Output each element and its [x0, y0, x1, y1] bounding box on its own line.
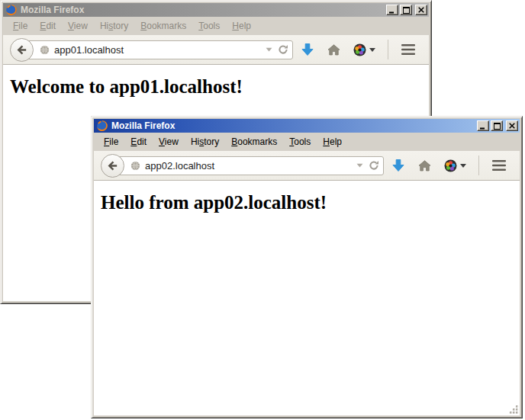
menu-bar: File Edit View History Bookmarks Tools H…: [94, 133, 520, 151]
toolbar-separator: [478, 155, 479, 175]
resize-grip[interactable]: [509, 405, 519, 415]
menu-item-history[interactable]: History: [94, 19, 134, 33]
page-heading: Hello from app02.localhost!: [94, 192, 520, 213]
menu-item-bookmarks[interactable]: Bookmarks: [225, 135, 283, 149]
url-text: app02.localhost: [145, 160, 356, 172]
reload-icon[interactable]: [369, 160, 379, 171]
app-menu-button[interactable]: [394, 38, 423, 62]
browser-window-app02: Mozilla Firefox File Edit View History B…: [91, 116, 523, 418]
globe-icon: [40, 45, 50, 55]
back-button[interactable]: [10, 38, 34, 62]
reload-icon[interactable]: [278, 44, 288, 55]
minimize-button[interactable]: [477, 120, 489, 131]
firefox-icon: [5, 4, 18, 16]
download-button[interactable]: [295, 38, 320, 62]
addon-color-wheel-icon: [444, 159, 457, 172]
page-content-app02: Hello from app02.localhost!: [94, 181, 520, 415]
download-button[interactable]: [385, 154, 411, 178]
menu-item-edit[interactable]: Edit: [124, 135, 153, 149]
menu-item-file[interactable]: File: [7, 19, 34, 33]
menu-item-bookmarks[interactable]: Bookmarks: [134, 19, 192, 33]
menu-item-help[interactable]: Help: [226, 19, 257, 33]
urlbar-dropdown-icon[interactable]: [266, 47, 272, 52]
menu-item-tools[interactable]: Tools: [192, 19, 226, 33]
url-bar[interactable]: app01.localhost: [21, 40, 293, 59]
addon-color-wheel-icon: [353, 43, 366, 56]
navigation-toolbar: app01.localhost: [3, 35, 429, 65]
addon-button[interactable]: [347, 38, 382, 62]
addon-dropdown-icon: [460, 164, 466, 168]
globe-icon: [130, 161, 140, 171]
close-button[interactable]: [506, 120, 518, 131]
firefox-icon: [96, 120, 108, 132]
menu-item-history[interactable]: History: [185, 135, 225, 149]
window-title: Mozilla Firefox: [21, 5, 386, 15]
hamburger-menu-icon: [492, 160, 506, 171]
menu-item-view[interactable]: View: [62, 19, 94, 33]
maximize-button[interactable]: [400, 5, 412, 15]
download-icon: [301, 43, 314, 56]
menu-item-help[interactable]: Help: [317, 135, 348, 149]
navigation-toolbar: app02.localhost: [94, 151, 520, 181]
back-button[interactable]: [101, 154, 124, 178]
home-icon: [327, 44, 340, 56]
home-button[interactable]: [411, 154, 437, 178]
url-text: app01.localhost: [54, 44, 266, 56]
menu-item-tools[interactable]: Tools: [283, 135, 317, 149]
window-title: Mozilla Firefox: [111, 120, 477, 131]
addon-dropdown-icon: [369, 48, 375, 52]
menu-bar: File Edit View History Bookmarks Tools H…: [3, 17, 429, 35]
titlebar[interactable]: Mozilla Firefox: [3, 3, 429, 17]
download-icon: [392, 159, 404, 172]
menu-item-view[interactable]: View: [153, 135, 185, 149]
back-icon: [15, 43, 28, 56]
maximize-button[interactable]: [491, 120, 503, 131]
hamburger-menu-icon: [401, 44, 415, 55]
back-icon: [106, 159, 119, 172]
close-button[interactable]: [415, 5, 427, 15]
toolbar-separator: [388, 40, 388, 59]
menu-item-edit[interactable]: Edit: [34, 19, 62, 33]
app-menu-button[interactable]: [485, 154, 514, 178]
page-heading: Welcome to app01.localhost!: [3, 76, 429, 98]
titlebar[interactable]: Mozilla Firefox: [94, 119, 520, 133]
addon-button[interactable]: [438, 154, 473, 178]
urlbar-dropdown-icon[interactable]: [356, 163, 363, 168]
menu-item-file[interactable]: File: [98, 135, 124, 149]
minimize-button[interactable]: [386, 5, 398, 15]
home-icon: [418, 160, 431, 172]
url-bar[interactable]: app02.localhost: [112, 156, 384, 175]
home-button[interactable]: [320, 38, 346, 62]
